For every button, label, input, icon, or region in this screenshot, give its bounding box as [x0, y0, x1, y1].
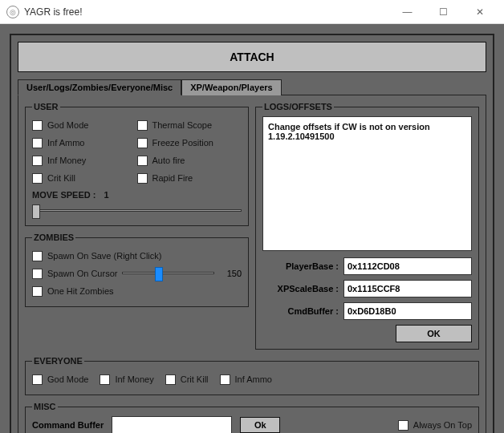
move-speed-label: MOVE SPEED :: [32, 190, 96, 200]
chk-thermal-scope[interactable]: [137, 120, 148, 131]
xpscalebase-input[interactable]: [343, 280, 472, 297]
lbl-rapid-fire: Rapid Fire: [152, 173, 193, 183]
lbl-ev-god-mode: God Mode: [47, 374, 88, 384]
lbl-god-mode: God Mode: [47, 120, 88, 130]
logs-legend: LOGS/OFFSETS: [262, 102, 334, 111]
everyone-group: EVERYONE God Mode Inf Money Crit Kill In…: [25, 356, 479, 395]
chk-rapid-fire[interactable]: [137, 173, 148, 184]
chk-ev-inf-ammo[interactable]: [220, 374, 230, 385]
minimize-button[interactable]: —: [389, 0, 425, 24]
lbl-thermal-scope: Thermal Scope: [152, 120, 213, 130]
offsets-ok-button[interactable]: OK: [396, 325, 472, 342]
chk-inf-money[interactable]: [32, 156, 43, 166]
chk-ev-god-mode[interactable]: [32, 374, 43, 385]
lbl-ev-inf-ammo: Inf Ammo: [235, 374, 272, 384]
cmd-buffer-label: Command Buffer: [32, 420, 104, 430]
lbl-one-hit-zombies: One Hit Zombies: [47, 286, 114, 296]
window-title: YAGR is free!: [24, 6, 389, 18]
tab-bar: User/Logs/Zombies/Everyone/Misc XP/Weapo…: [18, 79, 486, 95]
attach-button[interactable]: ATTACH: [18, 42, 486, 72]
close-button[interactable]: ✕: [461, 0, 498, 24]
chk-crit-kill[interactable]: [32, 173, 43, 184]
user-group: USER God Mode Inf Ammo Inf Money Crit Ki…: [25, 102, 249, 226]
chk-spawn-on-cursor[interactable]: [32, 269, 43, 279]
chk-freeze-position[interactable]: [137, 138, 148, 148]
logs-line2: 1.19.2.10491500: [268, 132, 466, 141]
tab-xp-weapon[interactable]: XP/Weapon/Players: [181, 79, 282, 95]
move-speed-slider[interactable]: [32, 203, 242, 219]
spawn-cursor-slider[interactable]: [122, 265, 214, 281]
move-speed-value: 1: [104, 190, 108, 200]
logs-textarea[interactable]: Change offsets if CW is not on version 1…: [262, 116, 472, 251]
user-legend: USER: [32, 102, 60, 111]
spawn-cursor-value: 150: [219, 269, 242, 278]
everyone-legend: EVERYONE: [32, 356, 84, 366]
tab-user-logs[interactable]: User/Logs/Zombies/Everyone/Misc: [18, 79, 181, 95]
logs-line1: Change offsets if CW is not on version: [268, 122, 466, 132]
chk-inf-ammo[interactable]: [32, 138, 43, 148]
chk-one-hit-zombies[interactable]: [32, 286, 43, 297]
playerbase-label: PlayerBase :: [262, 261, 339, 271]
lbl-ev-inf-money: Inf Money: [115, 374, 153, 384]
misc-legend: MISC: [32, 402, 58, 411]
move-speed-thumb[interactable]: [32, 204, 40, 219]
spawn-cursor-thumb[interactable]: [155, 267, 163, 281]
logs-offsets-group: LOGS/OFFSETS Change offsets if CW is not…: [255, 102, 479, 350]
tab-content: USER God Mode Inf Ammo Inf Money Crit Ki…: [18, 95, 486, 433]
cmdbuffer-label: CmdBuffer :: [262, 306, 339, 316]
playerbase-input[interactable]: [343, 257, 472, 275]
cmdbuffer-input[interactable]: [343, 302, 472, 320]
zombies-legend: ZOMBIES: [32, 233, 75, 242]
lbl-crit-kill: Crit Kill: [47, 173, 75, 183]
chk-ev-inf-money[interactable]: [100, 374, 110, 385]
lbl-inf-ammo: Inf Ammo: [47, 138, 84, 148]
main-panel: ATTACH User/Logs/Zombies/Everyone/Misc X…: [10, 34, 494, 433]
lbl-spawn-on-cursor: Spawn On Cursor: [47, 269, 117, 278]
chk-god-mode[interactable]: [32, 120, 43, 131]
lbl-spawn-on-save: Spawn On Save (Right Click): [47, 251, 161, 261]
cmd-ok-button[interactable]: Ok: [240, 417, 280, 433]
maximize-button[interactable]: ☐: [425, 0, 461, 24]
chk-always-on-top[interactable]: [398, 420, 408, 431]
misc-group: MISC Command Buffer Ok Always On Top: [25, 402, 479, 433]
xpscalebase-label: XPScaleBase :: [262, 284, 339, 293]
lbl-freeze-position: Freeze Position: [152, 138, 213, 148]
chk-ev-crit-kill[interactable]: [165, 374, 176, 385]
cmd-buffer-input[interactable]: [112, 416, 232, 433]
chk-auto-fire[interactable]: [137, 156, 148, 166]
lbl-ev-crit-kill: Crit Kill: [181, 374, 209, 384]
zombies-group: ZOMBIES Spawn On Save (Right Click) Spaw…: [25, 233, 249, 307]
lbl-auto-fire: Auto fire: [152, 156, 185, 165]
app-icon: ◎: [6, 6, 19, 18]
lbl-always-on-top: Always On Top: [413, 420, 472, 430]
titlebar: ◎ YAGR is free! — ☐ ✕: [0, 0, 504, 24]
lbl-inf-money: Inf Money: [47, 156, 86, 165]
chk-spawn-on-save[interactable]: [32, 251, 43, 261]
